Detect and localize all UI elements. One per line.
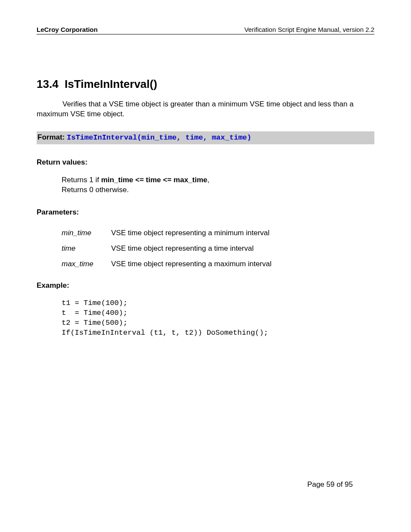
return-values-heading: Return values: <box>37 158 374 167</box>
param-name: time <box>62 241 111 256</box>
param-name: max_time <box>62 256 111 272</box>
return-line1-condition: min_time <= time <= max_time <box>101 176 208 184</box>
document-page: LeCroy Corporation Verification Script E… <box>0 0 411 532</box>
format-label: Format: <box>37 133 65 141</box>
header-company: LeCroy Corporation <box>37 26 98 33</box>
format-code: IsTimeInInterval(min_time, time, max_tim… <box>67 134 251 142</box>
intro-text: Verifies that a VSE time object is great… <box>37 100 354 118</box>
page-footer: Page 59 of 95 <box>307 480 353 489</box>
return-line1-suffix: , <box>207 176 209 184</box>
section-title-text: IsTimeInInterval() <box>65 78 157 90</box>
return-values-block: Returns 1 if min_time <= time <= max_tim… <box>37 175 374 195</box>
param-desc: VSE time object representing a minimum i… <box>111 225 271 241</box>
parameters-table: min_time VSE time object representing a … <box>62 225 271 272</box>
example-code-block: t1 = Time(100); t = Time(400); t2 = Time… <box>62 299 374 338</box>
section-heading: 13.4 IsTimeInInterval() <box>37 78 374 91</box>
format-bar: Format: IsTimeInInterval(min_time, time,… <box>37 131 374 144</box>
section-number: 13.4 <box>37 78 59 90</box>
table-row: max_time VSE time object representing a … <box>62 256 271 272</box>
param-desc: VSE time object representing a time inte… <box>111 241 271 256</box>
header-manual-title: Verification Script Engine Manual, versi… <box>244 26 374 33</box>
param-name: min_time <box>62 225 111 241</box>
header-rule <box>37 34 374 34</box>
table-row: min_time VSE time object representing a … <box>62 225 271 241</box>
page-header: LeCroy Corporation Verification Script E… <box>37 26 374 33</box>
example-heading: Example: <box>37 281 374 290</box>
param-desc: VSE time object representing a maximum i… <box>111 256 271 272</box>
parameters-heading: Parameters: <box>37 208 374 217</box>
return-line2: Returns 0 otherwise. <box>62 186 129 194</box>
intro-paragraph: Verifies that a VSE time object is great… <box>37 100 374 119</box>
return-line1-prefix: Returns 1 if <box>62 176 101 184</box>
table-row: time VSE time object representing a time… <box>62 241 271 256</box>
